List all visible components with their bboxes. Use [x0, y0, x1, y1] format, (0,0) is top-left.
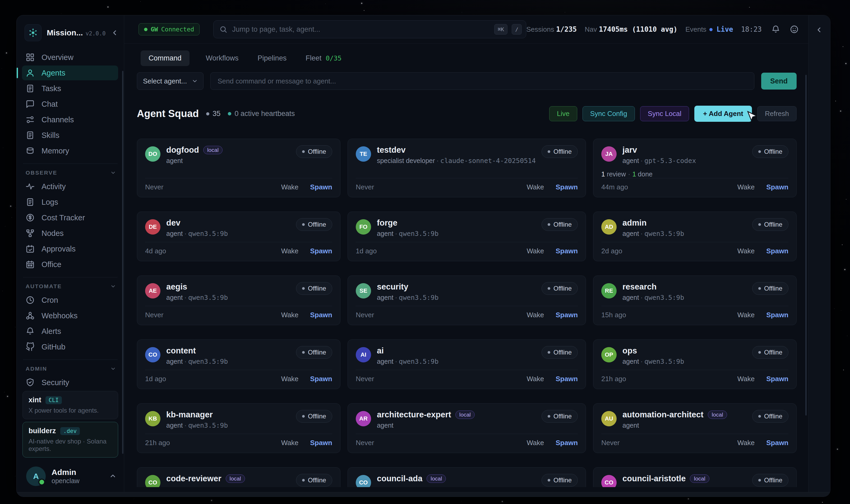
sidebar-scrollbar[interactable]: [122, 71, 123, 454]
spawn-button[interactable]: Spawn: [766, 247, 789, 255]
wake-button[interactable]: Wake: [281, 375, 299, 383]
spawn-button[interactable]: Spawn: [310, 247, 332, 255]
agent-name: automation-architect: [622, 410, 704, 419]
sidebar-item-alerts[interactable]: Alerts: [22, 324, 118, 339]
agent-card-dev[interactable]: DE dev agent·qwen3.5:9b Offline 4d ago W…: [137, 212, 340, 261]
sidebar-item-approvals[interactable]: Approvals: [22, 241, 118, 256]
sidebar-item-skills[interactable]: Skills: [22, 128, 118, 143]
spawn-button[interactable]: Spawn: [310, 439, 332, 447]
sidebar-item-logs[interactable]: Logs: [22, 195, 118, 210]
select-agent-dropdown[interactable]: Select agent...: [137, 72, 203, 90]
agent-card-architecture-expert[interactable]: AR architecture-expert local agent Offli…: [348, 403, 586, 453]
wake-button[interactable]: Wake: [281, 439, 299, 447]
sync-config-button[interactable]: Sync Config: [583, 106, 635, 121]
add-agent-button[interactable]: + Add Agent: [694, 106, 752, 122]
main-scrollbar[interactable]: [805, 75, 807, 415]
sync-local-button[interactable]: Sync Local: [640, 106, 689, 121]
sidebar-item-tasks[interactable]: Tasks: [22, 81, 118, 96]
feedback-smiley-icon[interactable]: [790, 25, 799, 34]
promo-card-xint[interactable]: xint CLI X power tools for agents.: [22, 391, 118, 419]
wake-button[interactable]: Wake: [738, 439, 755, 447]
spawn-button[interactable]: Spawn: [766, 311, 789, 319]
last-seen: Never: [356, 375, 374, 383]
agent-card-ai[interactable]: AI ai agent·qwen3.5:9b Offline Never Wak…: [348, 339, 586, 389]
sidebar-collapse-icon[interactable]: [111, 29, 119, 37]
desktop: { "app": {"title": "Mission...", "versio…: [0, 0, 850, 504]
sidebar-item-overview[interactable]: Overview: [22, 50, 118, 65]
wake-button[interactable]: Wake: [738, 183, 755, 191]
sidebar-item-agents[interactable]: Agents: [22, 66, 118, 80]
wake-button[interactable]: Wake: [527, 311, 544, 319]
user-row[interactable]: A Admin openclaw: [17, 460, 124, 497]
spawn-button[interactable]: Spawn: [555, 183, 578, 191]
sidebar-item-chat[interactable]: Chat: [22, 97, 118, 111]
sidebar-item-github[interactable]: GitHub: [22, 339, 118, 354]
wake-button[interactable]: Wake: [738, 375, 755, 383]
tab-workflows[interactable]: Workflows: [203, 51, 241, 66]
panel-collapse-chevron-icon[interactable]: [815, 26, 823, 35]
chevron-down-icon[interactable]: [110, 170, 116, 176]
agent-card-council-ada[interactable]: CO council-ada local agent Offline Wake …: [348, 467, 586, 487]
chevron-down-icon[interactable]: [110, 284, 116, 289]
sidebar-item-label: Alerts: [41, 327, 61, 336]
wake-button[interactable]: Wake: [281, 247, 299, 255]
wake-button[interactable]: Wake: [281, 311, 299, 319]
agent-card-jarv[interactable]: JA jarv agent·gpt-5.3-codex Offline 1 re…: [593, 139, 797, 197]
sidebar-item-security[interactable]: Security: [22, 375, 118, 388]
agent-card-kb-manager[interactable]: KB kb-manager agent·qwen3.5:9b Offline 2…: [137, 403, 340, 453]
agent-card-admin[interactable]: AD admin agent·qwen3.5:9b Offline 2d ago…: [593, 212, 797, 261]
search-input[interactable]: [232, 25, 490, 34]
agent-card-automation-architect[interactable]: AU automation-architect local agent Offl…: [593, 403, 797, 453]
spawn-button[interactable]: Spawn: [310, 183, 332, 191]
agent-card-forge[interactable]: FO forge agent·qwen3.5:9b Offline 1d ago…: [348, 212, 586, 261]
command-input[interactable]: [210, 72, 754, 90]
spawn-button[interactable]: Spawn: [766, 183, 789, 191]
spawn-button[interactable]: Spawn: [555, 375, 578, 383]
promo-card-builderz[interactable]: builderz .dev AI-native dev shop · Solan…: [22, 422, 118, 457]
refresh-button[interactable]: Refresh: [757, 106, 797, 121]
agent-card-testdev[interactable]: TE testdev specialist developer·claude-s…: [348, 139, 586, 197]
tab-pipelines[interactable]: Pipelines: [255, 51, 289, 66]
agent-card-security[interactable]: SE security agent·qwen3.5:9b Offline Nev…: [348, 275, 586, 325]
global-search[interactable]: ⌘K /: [213, 20, 526, 38]
sidebar-item-office[interactable]: Office: [22, 257, 118, 272]
chevron-up-icon[interactable]: [109, 472, 117, 480]
gateway-status-badge[interactable]: GW Connected: [139, 23, 199, 35]
live-button[interactable]: Live: [549, 106, 577, 121]
spawn-button[interactable]: Spawn: [310, 375, 332, 383]
chevron-down-icon[interactable]: [110, 366, 116, 372]
spawn-button[interactable]: Spawn: [555, 311, 578, 319]
sidebar-item-channels[interactable]: Channels: [22, 112, 118, 127]
wake-button[interactable]: Wake: [738, 311, 755, 319]
wake-button[interactable]: Wake: [281, 183, 299, 191]
sidebar-item-activity[interactable]: Activity: [22, 179, 118, 194]
sidebar-item-cron[interactable]: Cron: [22, 293, 118, 307]
sidebar-item-webhooks[interactable]: Webhooks: [22, 308, 118, 323]
agent-card-aegis[interactable]: AE aegis agent·qwen3.5:9b Offline Never …: [137, 275, 340, 325]
agent-card-content[interactable]: CO content agent·qwen3.5:9b Offline 1d a…: [137, 339, 340, 389]
send-button[interactable]: Send: [761, 73, 797, 90]
tab-command[interactable]: Command: [141, 51, 190, 66]
agent-card-research[interactable]: RE research agent·qwen3.5:9b Offline 15h…: [593, 275, 797, 325]
sidebar-item-memory[interactable]: Memory: [22, 143, 118, 158]
notifications-bell-icon[interactable]: [771, 25, 780, 34]
spawn-button[interactable]: Spawn: [766, 375, 789, 383]
wake-button[interactable]: Wake: [527, 183, 544, 191]
spawn-button[interactable]: Spawn: [555, 247, 578, 255]
sidebar-item-nodes[interactable]: Nodes: [22, 226, 118, 241]
tab-fleet[interactable]: Fleet 0/35: [303, 51, 344, 66]
wake-button[interactable]: Wake: [527, 247, 544, 255]
agent-card-ops[interactable]: OP ops agent·qwen3.5:9b Offline 21h ago …: [593, 339, 797, 389]
last-seen: 21h ago: [145, 439, 170, 447]
main-area: GW Connected ⌘K / Sessions 1/235 Nav 174…: [124, 15, 808, 497]
spawn-button[interactable]: Spawn: [310, 311, 332, 319]
agent-card-dogfood[interactable]: DO dogfood local agent Offline Never Wak…: [137, 139, 340, 197]
spawn-button[interactable]: Spawn: [766, 439, 789, 447]
spawn-button[interactable]: Spawn: [555, 439, 578, 447]
sidebar-item-cost-tracker[interactable]: Cost Tracker: [22, 210, 118, 225]
wake-button[interactable]: Wake: [738, 247, 755, 255]
wake-button[interactable]: Wake: [527, 375, 544, 383]
agent-card-council-aristotle[interactable]: CO council-aristotle local agent Offline…: [593, 467, 797, 487]
agent-card-code-reviewer[interactable]: CO code-reviewer local agent Offline Wak…: [137, 467, 340, 487]
wake-button[interactable]: Wake: [527, 439, 544, 447]
